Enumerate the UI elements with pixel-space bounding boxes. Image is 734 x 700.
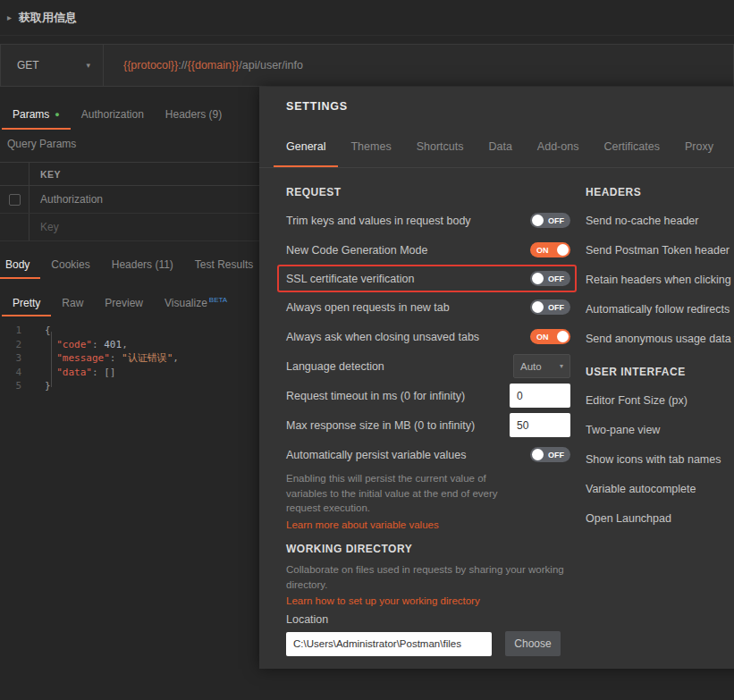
params-active-dot-icon: ● — [55, 110, 59, 119]
response-tab-label: Headers (11) — [112, 258, 173, 271]
request-heading: REQUEST — [286, 186, 570, 198]
toggle-state-label: ON — [536, 246, 549, 255]
line-number: 3 — [0, 351, 32, 366]
setting-label: Language detection — [286, 360, 384, 373]
setting-label: Automatically follow redirects — [586, 303, 730, 316]
setting-row-ssl-certificate-verification: SSL certificate verificationOFF — [277, 265, 577, 292]
code-token: "code" — [56, 339, 92, 350]
view-tab-label: Visualize — [165, 297, 207, 309]
setting-row-retain-headers-when-clicking-on-links: Retain headers when clicking on links — [586, 265, 734, 294]
toggle-always-ask-when-closing-unsaved-tabs[interactable]: ON — [530, 329, 570, 344]
response-tab-body[interactable]: Body — [0, 249, 40, 279]
settings-right-column: HEADERSSend no-cache headerSend Postman … — [586, 184, 734, 656]
param-key-value[interactable]: Authorization — [30, 193, 103, 206]
headers-heading: HEADERS — [586, 186, 734, 198]
select-language-detection[interactable]: Auto▾ — [513, 354, 570, 378]
code-content: } — [32, 379, 51, 393]
chevron-down-icon: ▾ — [86, 61, 90, 70]
working-directory-row: Choose — [286, 631, 570, 656]
toggle-automatically-persist-variable-values[interactable]: OFF — [530, 447, 570, 462]
request-tab-headers-9[interactable]: Headers (9) — [155, 99, 232, 130]
view-tab-visualize[interactable]: VisualizeBETA — [154, 290, 238, 316]
location-label: Location — [286, 613, 570, 626]
setting-row-always-ask-when-closing-unsaved-tabs: Always ask when closing unsaved tabsON — [286, 322, 570, 351]
settings-tab-proxy[interactable]: Proxy — [672, 126, 726, 167]
response-tabs: BodyCookiesHeaders (11)Test Results — [0, 249, 264, 279]
query-params-label: Query Params — [7, 138, 76, 150]
collapse-arrow-icon[interactable]: ▸ — [7, 13, 12, 22]
setting-label: Send Postman Token header — [586, 244, 730, 257]
learn-how-to-set-up-your-working-directory-link[interactable]: Learn how to set up your working directo… — [286, 595, 570, 606]
settings-tab-add-ons[interactable]: Add-ons — [525, 126, 592, 167]
response-tab-cookies[interactable]: Cookies — [40, 249, 100, 279]
view-tab-raw[interactable]: Raw — [51, 290, 94, 316]
setting-label: Variable autocomplete — [586, 483, 696, 495]
working-directory-heading: WORKING DIRECTORY — [286, 543, 570, 555]
method-select[interactable]: GET ▾ — [0, 44, 104, 87]
right-section-headers: HEADERSSend no-cache headerSend Postman … — [586, 186, 734, 353]
beta-badge: BETA — [209, 296, 227, 304]
url-variable: {{protocol}} — [123, 59, 178, 72]
toggle-state-label: OFF — [548, 303, 564, 312]
learn-more-about-variable-values-link[interactable]: Learn more about variable values — [286, 519, 570, 530]
settings-tab-label: Proxy — [685, 140, 713, 153]
settings-tab-certificates[interactable]: Certificates — [591, 126, 672, 167]
settings-tab-themes[interactable]: Themes — [338, 126, 403, 167]
settings-tab-shortcuts[interactable]: Shortcuts — [404, 126, 477, 167]
request-tab-authorization[interactable]: Authorization — [71, 99, 155, 130]
line-number: 5 — [0, 379, 32, 393]
left-section-working-directory: WORKING DIRECTORYCollaborate on files us… — [286, 543, 570, 656]
toggle-ssl-certificate-verification[interactable]: OFF — [530, 271, 570, 286]
select-value: Auto — [520, 361, 542, 372]
view-tab-preview[interactable]: Preview — [94, 290, 154, 316]
param-key-placeholder[interactable]: Key — [30, 221, 59, 233]
url-input[interactable]: {{protocol}}://{{domain}}/api/user/info — [104, 44, 734, 87]
code-token — [45, 339, 56, 350]
setting-row-open-launchpad: Open Launchpad — [586, 503, 734, 533]
params-checkbox-column — [0, 214, 30, 240]
settings-tab-general[interactable]: General — [274, 126, 338, 167]
settings-tabs: GeneralThemesShortcutsDataAdd-onsCertifi… — [259, 126, 734, 168]
request-tab-params[interactable]: Params● — [2, 99, 71, 130]
settings-tab-label: Shortcuts — [417, 140, 464, 153]
toggle-knob — [532, 273, 544, 284]
toggle-state-label: OFF — [548, 451, 564, 460]
code-token: , — [173, 352, 179, 364]
working-directory-input[interactable] — [286, 632, 492, 656]
code-token: : — [92, 367, 104, 378]
toggle-knob — [532, 449, 544, 460]
view-tab-pretty[interactable]: Pretty — [2, 290, 51, 316]
method-label: GET — [17, 59, 39, 72]
view-tab-label: Raw — [62, 297, 83, 309]
settings-body: REQUESTTrim keys and values in request b… — [259, 168, 734, 656]
setting-label: Always open requests in new tab — [286, 301, 450, 314]
code-token: 401 — [104, 339, 122, 350]
choose-button[interactable]: Choose — [505, 631, 561, 656]
code-token: { — [45, 325, 51, 336]
code-token: "data" — [56, 367, 92, 378]
code-token: : — [92, 339, 104, 350]
code-content: "message": "认证错误", — [32, 351, 179, 366]
right-section-user-interface: USER INTERFACEEditor Font Size (px)Two-p… — [586, 366, 734, 533]
url-text: :// — [178, 59, 187, 72]
row-checkbox[interactable] — [9, 194, 21, 206]
toggle-new-code-generation-mode[interactable]: ON — [530, 242, 570, 257]
response-tab-label: Cookies — [51, 258, 89, 271]
view-tab-label: Preview — [105, 297, 143, 309]
settings-tab-label: Data — [488, 140, 511, 153]
setting-label: Max response size in MB (0 to infinity) — [286, 419, 475, 432]
input-max-response-size-in-mb-0-to-infinity[interactable] — [510, 413, 570, 437]
code-content: "data": [] — [32, 366, 116, 380]
code-content: { — [32, 324, 51, 338]
setting-label: New Code Generation Mode — [286, 244, 427, 257]
response-tab-label: Test Results — [195, 258, 253, 271]
toggle-always-open-requests-in-new-tab[interactable]: OFF — [530, 299, 570, 315]
settings-tab-data[interactable]: Data — [476, 126, 524, 167]
response-tab-test-results[interactable]: Test Results — [184, 249, 264, 279]
code-token: [] — [104, 367, 115, 378]
input-request-timeout-in-ms-0-for-infinity[interactable] — [510, 384, 570, 408]
response-tab-headers-11[interactable]: Headers (11) — [101, 249, 184, 279]
toggle-trim-keys-and-values-in-request-body[interactable]: OFF — [530, 213, 570, 228]
request-title: 获取用信息 — [19, 10, 77, 26]
setting-label: Open Launchpad — [586, 512, 671, 525]
